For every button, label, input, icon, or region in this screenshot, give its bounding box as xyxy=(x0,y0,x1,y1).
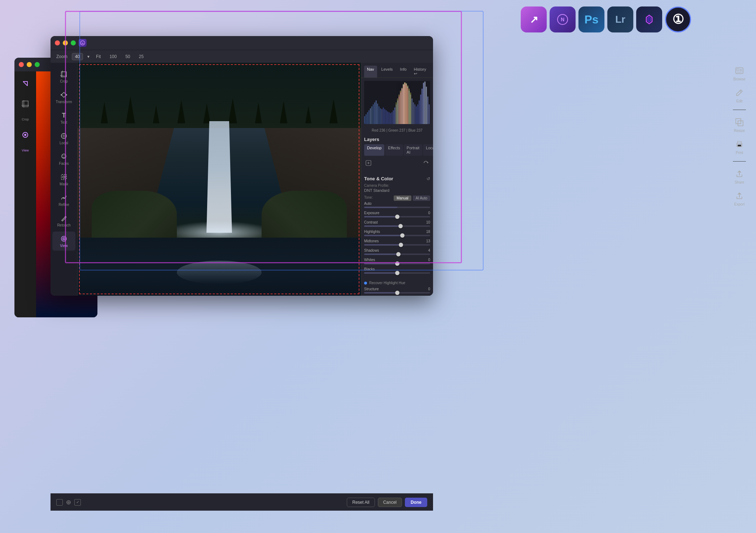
back-crop-icon[interactable] xyxy=(19,97,32,110)
ai-icon[interactable]: N xyxy=(550,6,576,32)
export-button[interactable]: Export xyxy=(733,190,746,206)
tone-row: Tone: Manual AI Auto xyxy=(364,195,430,201)
second-cancel-button[interactable]: Cancel xyxy=(378,498,402,507)
text-tool[interactable]: T Text xyxy=(52,108,75,127)
share-button[interactable]: Share xyxy=(733,168,746,184)
develop-tab[interactable]: Develop xyxy=(364,144,384,156)
browse-button[interactable]: Browse xyxy=(733,65,746,81)
history-tab[interactable]: History ↩ xyxy=(411,66,430,78)
tree-row xyxy=(92,67,347,123)
faces-tool[interactable]: Faces xyxy=(52,149,75,168)
effects-tab[interactable]: Effects xyxy=(385,144,403,156)
print-button[interactable]: Print xyxy=(733,138,746,155)
close-button[interactable] xyxy=(55,40,60,45)
cap-icon[interactable] xyxy=(636,6,662,32)
minimize-button[interactable] xyxy=(63,40,68,45)
share-label: Share xyxy=(735,180,744,184)
manual-tone-btn[interactable]: Manual xyxy=(394,195,411,201)
panel-icons-row xyxy=(364,159,430,167)
exposure-slider[interactable] xyxy=(364,216,430,217)
water-reflection xyxy=(177,261,262,284)
resize-button[interactable]: Resize xyxy=(733,116,746,133)
contrast-slider[interactable] xyxy=(364,225,430,227)
view-tool[interactable]: View xyxy=(52,232,75,251)
local-tool[interactable]: Local xyxy=(52,129,75,148)
svg-rect-68 xyxy=(420,94,421,124)
maximize-button[interactable] xyxy=(71,40,76,45)
svg-line-112 xyxy=(740,91,741,92)
back-arrow-icon[interactable] xyxy=(19,77,32,90)
crop-tool[interactable]: Crop xyxy=(52,67,75,86)
waterfall-stream xyxy=(205,121,233,233)
svg-rect-69 xyxy=(421,89,423,124)
ps-icon[interactable]: Ps xyxy=(578,6,604,32)
tone-color-reset[interactable]: ↺ xyxy=(427,176,430,181)
second-check-icon[interactable]: ✓ xyxy=(74,499,81,506)
portrait-ai-tab[interactable]: Portrait AI xyxy=(404,144,422,156)
second-rect-icon[interactable] xyxy=(56,499,63,506)
svg-text:N: N xyxy=(561,17,564,22)
tone-buttons: Manual AI Auto xyxy=(394,195,430,201)
structure-slider[interactable] xyxy=(364,292,430,294)
whites-label: Whites xyxy=(364,258,375,262)
svg-rect-84 xyxy=(408,89,410,124)
photo-canvas[interactable] xyxy=(78,63,361,296)
refine-label: Refine xyxy=(59,203,69,207)
svg-point-7 xyxy=(24,134,26,136)
back-minimize-button[interactable] xyxy=(27,62,32,67)
back-view-label: View xyxy=(22,149,29,152)
svg-point-117 xyxy=(741,144,742,145)
back-close-button[interactable] xyxy=(19,62,24,67)
second-target-icon[interactable] xyxy=(66,499,71,506)
back-view-icon[interactable] xyxy=(19,128,32,141)
resize-label: Resize xyxy=(734,129,745,133)
mask-tool[interactable]: Mask xyxy=(52,170,75,189)
refine-tool[interactable]: Refine xyxy=(52,190,75,210)
recover-label: Recover Highlight Hue xyxy=(369,281,430,285)
arrow-icon[interactable]: ↗ xyxy=(521,6,547,32)
zoom-25-button[interactable]: 25 xyxy=(137,53,146,60)
shadows-slider[interactable] xyxy=(364,254,430,255)
main-window: N Zoom 40 ▾ Fit 100 50 25 Crop Transform xyxy=(51,36,433,296)
midtones-slider-row: Midtones 13 xyxy=(364,239,430,246)
browse-icon xyxy=(734,65,745,76)
svg-rect-37 xyxy=(376,101,377,124)
edit-button[interactable]: Edit xyxy=(733,87,746,103)
transform-tool[interactable]: Transform xyxy=(52,88,75,107)
zoom-arrow[interactable]: ▾ xyxy=(87,54,89,59)
blacks-slider[interactable] xyxy=(364,272,430,274)
svg-rect-114 xyxy=(738,121,743,126)
layers-section: Layers Develop Effects Portrait AI Local xyxy=(361,134,433,173)
app-icon: N xyxy=(79,39,87,47)
auto-slider[interactable] xyxy=(364,207,430,208)
retouch-tool[interactable]: Retouch xyxy=(52,211,75,230)
local-icon xyxy=(60,132,68,140)
auto-slider-row: Auto xyxy=(364,202,430,208)
reset-layer-icon[interactable] xyxy=(421,159,430,167)
levels-tab[interactable]: Levels xyxy=(379,66,396,78)
local-tab[interactable]: Local xyxy=(423,144,433,156)
info-tab[interactable]: Info xyxy=(397,66,409,78)
svg-rect-42 xyxy=(383,107,384,124)
second-reset-all-button[interactable]: Reset All xyxy=(347,498,375,507)
svg-rect-116 xyxy=(738,145,741,146)
nav-tab[interactable]: Nav xyxy=(364,66,377,78)
zoom-value[interactable]: 40 xyxy=(72,53,83,60)
view-label: View xyxy=(60,244,68,248)
lr-icon[interactable]: Lr xyxy=(607,6,633,32)
second-done-button[interactable]: Done xyxy=(405,498,427,507)
whites-slider[interactable] xyxy=(364,263,430,264)
zoom-50-button[interactable]: 50 xyxy=(123,53,132,60)
fit-button[interactable]: Fit xyxy=(94,53,103,60)
svg-rect-62 xyxy=(411,98,412,124)
contrast-label: Contrast xyxy=(364,220,378,224)
highlights-slider[interactable] xyxy=(364,235,430,236)
midtones-slider[interactable] xyxy=(364,244,430,246)
add-layer-icon[interactable] xyxy=(364,159,373,167)
back-maximize-button[interactable] xyxy=(35,62,40,67)
svg-rect-36 xyxy=(374,102,375,124)
num-icon[interactable]: ① xyxy=(665,6,691,32)
zoom-100-button[interactable]: 100 xyxy=(107,53,119,60)
svg-rect-67 xyxy=(419,101,420,124)
ai-auto-tone-btn[interactable]: AI Auto xyxy=(413,195,430,201)
